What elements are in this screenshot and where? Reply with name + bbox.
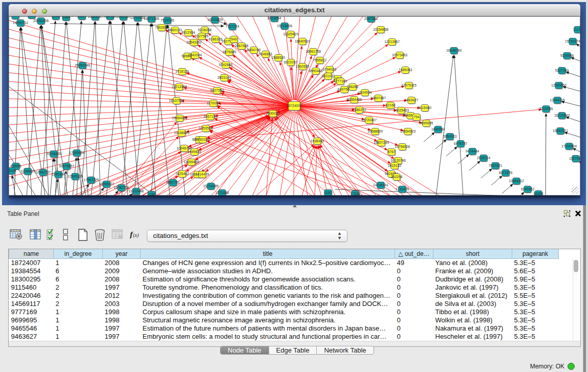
svg-text:7515526: 7515526 [161, 18, 175, 22]
svg-text:19654923: 19654923 [400, 129, 416, 133]
svg-text:9146821: 9146821 [259, 52, 273, 56]
svg-text:10958107: 10958107 [99, 182, 114, 186]
svg-text:7632621: 7632621 [489, 164, 503, 167]
svg-text:10653287: 10653287 [88, 16, 103, 18]
svg-text:20206535: 20206535 [46, 152, 61, 156]
svg-text:1615132: 1615132 [388, 164, 402, 167]
svg-text:10688609: 10688609 [367, 129, 383, 133]
svg-text:12213967: 12213967 [384, 40, 400, 43]
svg-text:1938455: 1938455 [311, 139, 324, 143]
svg-text:10807487: 10807487 [371, 96, 386, 100]
svg-text:3267130: 3267130 [204, 115, 217, 118]
svg-text:11156829: 11156829 [20, 169, 35, 173]
svg-text:1192: 1192 [148, 192, 156, 195]
svg-text:12093852: 12093852 [551, 83, 567, 87]
svg-text:18640910: 18640910 [295, 39, 310, 43]
svg-text:1192: 1192 [324, 191, 332, 194]
svg-text:11923448: 11923448 [128, 189, 144, 193]
svg-text:19166825: 19166825 [174, 131, 189, 135]
svg-text:8454749: 8454749 [247, 48, 261, 52]
svg-text:7955812: 7955812 [313, 58, 327, 62]
svg-text:12942737: 12942737 [35, 170, 51, 174]
svg-text:252254: 252254 [391, 175, 403, 179]
svg-text:30975857: 30975857 [59, 164, 74, 168]
svg-text:6466160: 6466160 [117, 16, 130, 18]
svg-text:25053346: 25053346 [75, 63, 90, 67]
svg-text:2803144: 2803144 [217, 76, 231, 79]
svg-text:9463627: 9463627 [405, 98, 419, 102]
svg-text:8427552: 8427552 [210, 89, 224, 92]
svg-text:92450: 92450 [534, 192, 543, 195]
svg-text:16543362: 16543362 [186, 40, 202, 44]
svg-text:16961758: 16961758 [306, 50, 321, 53]
svg-text:20364436: 20364436 [346, 98, 362, 101]
svg-text:1588520: 1588520 [272, 56, 286, 59]
svg-text:14136141: 14136141 [373, 183, 388, 187]
svg-text:7485063: 7485063 [399, 68, 412, 72]
svg-text:10154838: 10154838 [373, 28, 388, 31]
svg-text:20691406: 20691406 [33, 19, 49, 23]
svg-text:9227349: 9227349 [555, 69, 569, 72]
svg-text:7357224: 7357224 [226, 25, 239, 28]
svg-text:8767: 8767 [387, 150, 395, 154]
svg-text:16210643: 16210643 [554, 114, 570, 117]
svg-text:1167533: 1167533 [569, 157, 580, 160]
svg-text:2930023: 2930023 [266, 112, 280, 115]
svg-text:8783312: 8783312 [196, 138, 210, 141]
svg-text:16033809: 16033809 [207, 18, 223, 21]
svg-text:18724007: 18724007 [287, 104, 302, 107]
svg-text:12444115: 12444115 [550, 98, 565, 102]
svg-text:8990443: 8990443 [309, 69, 323, 73]
svg-text:1733426: 1733426 [396, 187, 409, 191]
svg-text:17359924: 17359924 [69, 151, 84, 155]
svg-text:9857791: 9857791 [166, 181, 180, 184]
svg-text:546: 546 [231, 37, 237, 41]
svg-text:11325419: 11325419 [283, 32, 298, 36]
svg-text:9242845: 9242845 [219, 63, 233, 67]
svg-text:9474444: 9474444 [466, 149, 480, 153]
svg-text:14099489: 14099489 [184, 160, 199, 164]
svg-text:12213363: 12213363 [171, 85, 187, 89]
svg-text:19756928: 19756928 [395, 145, 410, 148]
svg-text:(x): (x) [133, 232, 139, 238]
svg-text:7663822: 7663822 [155, 26, 169, 29]
svg-text:14055712: 14055712 [13, 21, 28, 25]
svg-text:6794028: 6794028 [323, 68, 337, 71]
svg-text:19854983: 19854983 [172, 116, 187, 120]
svg-text:2087682: 2087682 [364, 17, 378, 20]
svg-text:8660123: 8660123 [168, 28, 182, 32]
svg-text:8813054: 8813054 [268, 16, 281, 20]
svg-text:8186328: 8186328 [209, 37, 223, 41]
svg-text:9327505: 9327505 [195, 34, 209, 38]
svg-text:2342004: 2342004 [188, 53, 202, 57]
svg-text:7625402: 7625402 [176, 172, 189, 176]
svg-text:1640954: 1640954 [431, 127, 445, 131]
svg-text:11172: 11172 [573, 28, 580, 31]
svg-text:1353594: 1353594 [199, 126, 213, 130]
svg-text:794: 794 [413, 115, 420, 119]
svg-text:1362635: 1362635 [296, 64, 310, 68]
svg-text:15692971: 15692971 [553, 129, 568, 133]
svg-text:1414479: 1414479 [195, 172, 209, 176]
svg-text:1527602: 1527602 [103, 16, 117, 18]
svg-text:1624534: 1624534 [358, 91, 372, 94]
svg-text:17957225: 17957225 [83, 178, 99, 182]
svg-text:9115460: 9115460 [418, 106, 431, 110]
svg-text:10654112: 10654112 [509, 179, 524, 183]
svg-text:16671355: 16671355 [144, 17, 159, 20]
svg-text:1621022: 1621022 [321, 74, 335, 78]
svg-text:12505135: 12505135 [68, 174, 83, 178]
svg-text:16782759: 16782759 [114, 186, 129, 189]
svg-text:8322037: 8322037 [284, 60, 298, 64]
svg-text:2718126: 2718126 [176, 70, 189, 73]
svg-text:17016504: 17016504 [561, 144, 577, 148]
svg-text:39159: 39159 [9, 169, 16, 172]
svg-text:1449822: 1449822 [188, 150, 202, 154]
svg-text:10046758: 10046758 [177, 146, 192, 150]
svg-text:1145194: 1145194 [52, 172, 65, 176]
svg-text:10025433: 10025433 [394, 108, 409, 112]
svg-text:5226058: 5226058 [198, 28, 212, 32]
svg-text:8912954: 8912954 [182, 31, 195, 34]
svg-text:17334: 17334 [351, 192, 360, 195]
svg-text:15751074: 15751074 [565, 39, 580, 43]
